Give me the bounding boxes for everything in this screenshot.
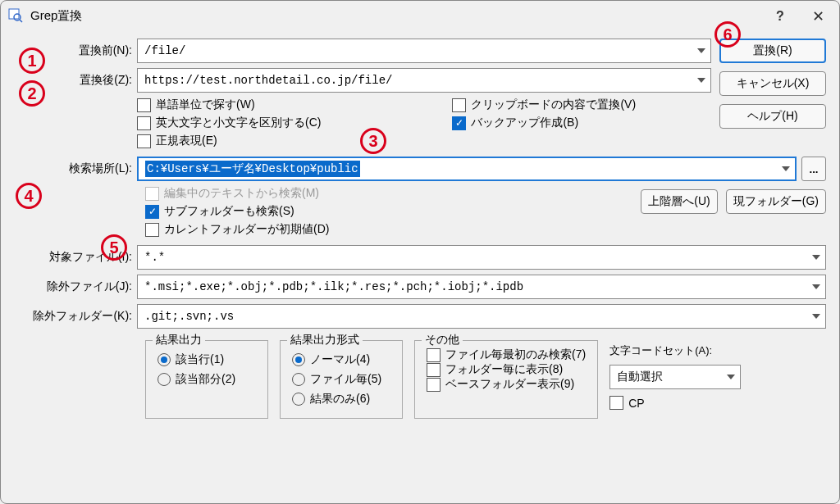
up-dir-button[interactable]: 上階層へ(U) (641, 189, 717, 214)
after-value: https://test.northdetail.co.jp/file/ (144, 74, 392, 87)
chevron-down-icon (812, 314, 820, 319)
window-title: Grep置換 (30, 8, 82, 24)
chk-backup[interactable]: ✓バックアップ作成(B) (452, 116, 636, 130)
chevron-down-icon (697, 78, 705, 83)
target-file-value: *.* (144, 251, 165, 264)
charset-block: 文字コードセット(A): 自動選択 CP (609, 340, 741, 419)
annotation-3: 3 (360, 128, 386, 154)
chevron-down-icon (727, 375, 735, 379)
chk-clipboard-label: クリップボードの内容で置換(V) (471, 98, 636, 112)
label-exclude-folder: 除外フォルダー(K): (14, 309, 137, 324)
chk-regex-label: 正規表現(E) (156, 134, 217, 148)
chk-cp[interactable]: CP (609, 396, 741, 410)
charset-value: 自動選択 (617, 370, 663, 384)
chevron-down-icon (812, 255, 820, 260)
chk-current-default-label: カレントフォルダーが初期値(D) (164, 222, 329, 237)
help-icon[interactable]: ? (762, 4, 798, 29)
exclude-file-combo[interactable]: *.msi;*.exe;*.obj;*.pdb;*.ilk;*.res;*.pc… (137, 275, 826, 299)
help-button[interactable]: ヘルプ(H) (719, 104, 826, 129)
chk-show-per-folder[interactable]: フォルダー毎に表示(8) (427, 362, 586, 377)
chevron-down-icon (782, 166, 790, 171)
charset-select[interactable]: 自動選択 (609, 365, 741, 389)
label-location: 検索場所(L): (14, 161, 137, 176)
location-combo[interactable]: C:¥Users¥ユーザ名¥Desktop¥public (137, 157, 797, 181)
before-value: /file/ (144, 44, 185, 57)
content: 置換前(N): /file/ 置換後(Z): https://test.nort… (1, 30, 839, 429)
annotation-2: 2 (19, 80, 45, 107)
chk-subfolder-label: サブフォルダーも検索(S) (164, 204, 294, 219)
legend-format: 結果出力形式 (287, 333, 363, 347)
radio-format-perfile[interactable]: ファイル毎(5) (292, 372, 390, 387)
svg-line-2 (20, 20, 22, 22)
cur-dir-button[interactable]: 現フォルダー(G) (726, 189, 826, 214)
chk-from-editing-label: 編集中のテキストから検索(M) (164, 186, 319, 201)
chk-backup-label: バックアップ作成(B) (471, 116, 578, 130)
chevron-down-icon (812, 284, 820, 289)
radio-output-line[interactable]: 該当行(1) (158, 352, 256, 367)
browse-button[interactable]: ... (801, 157, 826, 181)
radio-format-normal[interactable]: ノーマル(4) (292, 352, 390, 367)
legend-output: 結果出力 (153, 333, 205, 347)
location-value: C:¥Users¥ユーザ名¥Desktop¥public (145, 161, 360, 177)
chk-first-only[interactable]: ファイル毎最初のみ検索(7) (427, 347, 586, 362)
titlebar: Grep置換 (1, 1, 839, 30)
chevron-down-icon (697, 48, 705, 53)
chk-word-unit[interactable]: 単語単位で探す(W) (137, 98, 321, 112)
chk-case-label: 英大文字と小文字を区別する(C) (156, 116, 321, 130)
charset-label: 文字コードセット(A): (609, 343, 741, 358)
dialog-window: Grep置換 ? ✕ 1 2 3 4 5 6 置換前(N): /file/ (0, 0, 840, 504)
label-exclude-file: 除外ファイル(J): (14, 279, 137, 294)
chk-word-unit-label: 単語単位で探す(W) (156, 98, 255, 112)
chk-case[interactable]: 英大文字と小文字を区別する(C) (137, 116, 321, 130)
chk-current-default[interactable]: カレントフォルダーが初期値(D) (145, 222, 329, 237)
chk-from-editing: 編集中のテキストから検索(M) (145, 186, 329, 201)
exclude-file-value: *.msi;*.exe;*.obj;*.pdb;*.ilk;*.res;*.pc… (144, 280, 523, 293)
window-controls: ? ✕ (762, 4, 836, 29)
exclude-folder-value: .git;.svn;.vs (144, 310, 234, 323)
chk-regex[interactable]: 正規表現(E) (137, 134, 321, 148)
legend-other: その他 (422, 333, 463, 347)
fieldset-output: 結果出力 該当行(1) 該当部分(2) (145, 340, 268, 419)
after-combo[interactable]: https://test.northdetail.co.jp/file/ (137, 68, 711, 93)
radio-output-part[interactable]: 該当部分(2) (158, 372, 256, 387)
close-icon[interactable]: ✕ (800, 4, 836, 29)
annotation-4: 4 (16, 183, 42, 209)
annotation-6: 6 (714, 21, 741, 48)
chk-subfolder[interactable]: ✓サブフォルダーも検索(S) (145, 204, 329, 219)
before-combo[interactable]: /file/ (137, 39, 711, 63)
annotation-1: 1 (19, 48, 45, 74)
cancel-button[interactable]: キャンセル(X) (719, 71, 826, 96)
target-file-combo[interactable]: *.* (137, 245, 826, 270)
annotation-5: 5 (101, 234, 127, 261)
chk-clipboard[interactable]: クリップボードの内容で置換(V) (452, 98, 636, 112)
exclude-folder-combo[interactable]: .git;.svn;.vs (137, 304, 826, 329)
fieldset-format: 結果出力形式 ノーマル(4) ファイル毎(5) 結果のみ(6) (280, 340, 403, 419)
fieldset-other: その他 ファイル毎最初のみ検索(7) フォルダー毎に表示(8) ベースフォルダー… (414, 340, 598, 419)
app-icon (7, 7, 24, 24)
radio-format-resultonly[interactable]: 結果のみ(6) (292, 392, 390, 406)
chk-show-basefolder[interactable]: ベースフォルダー表示(9) (427, 377, 586, 392)
